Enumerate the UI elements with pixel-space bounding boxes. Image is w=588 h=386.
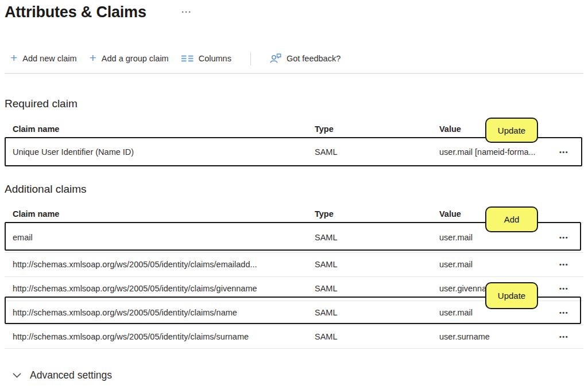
- annotation-badge-update: Update: [485, 282, 538, 309]
- row-more-icon[interactable]: •••: [559, 309, 568, 316]
- toolbar-separator: [5, 73, 583, 74]
- table-row-surname[interactable]: http://schemas.xmlsoap.org/ws/2005/05/id…: [5, 325, 583, 348]
- chevron-down-icon: [13, 373, 21, 378]
- claim-value-cell: user.mail [nameid-forma...: [439, 147, 536, 157]
- got-feedback-label: Got feedback?: [287, 54, 341, 63]
- attributes-claims-page: Attributes & Claims ··· + Add new claim …: [0, 0, 588, 386]
- column-header-value: Value: [439, 124, 461, 134]
- claim-value-cell: user.mail: [439, 233, 473, 242]
- additional-claims-heading: Additional claims: [5, 183, 87, 196]
- claim-type-cell: SAML: [315, 308, 338, 317]
- add-new-claim-label: Add new claim: [22, 54, 76, 63]
- annotation-badge-add: Add: [485, 206, 538, 232]
- columns-label: Columns: [199, 54, 231, 63]
- add-group-claim-button[interactable]: + Add a group claim: [90, 53, 169, 64]
- page-title: Attributes & Claims: [5, 3, 146, 21]
- claim-type-cell: SAML: [315, 147, 338, 157]
- required-claim-heading: Required claim: [5, 98, 78, 110]
- table-row-divider: [5, 348, 583, 349]
- claim-name-cell[interactable]: http://schemas.xmlsoap.org/ws/2005/05/id…: [13, 308, 237, 317]
- claim-type-cell: SAML: [315, 233, 338, 242]
- add-group-claim-label: Add a group claim: [102, 54, 169, 63]
- claim-value-cell: user.mail: [439, 308, 473, 317]
- claim-name-cell[interactable]: email: [13, 233, 33, 242]
- claim-name-cell[interactable]: http://schemas.xmlsoap.org/ws/2005/05/id…: [13, 260, 257, 269]
- plus-icon: +: [90, 52, 96, 64]
- columns-button[interactable]: Columns: [181, 54, 231, 63]
- claim-name-cell[interactable]: http://schemas.xmlsoap.org/ws/2005/05/id…: [13, 332, 249, 341]
- column-header-claim-name: Claim name: [13, 209, 59, 219]
- row-more-icon[interactable]: •••: [559, 333, 568, 340]
- table-row-emailaddress[interactable]: http://schemas.xmlsoap.org/ws/2005/05/id…: [5, 252, 583, 276]
- row-more-icon[interactable]: •••: [559, 261, 568, 268]
- toolbar-divider: [250, 52, 251, 65]
- claim-name-cell[interactable]: Unique User Identifier (Name ID): [13, 147, 134, 157]
- column-header-claim-name: Claim name: [13, 124, 59, 134]
- claim-type-cell: SAML: [315, 332, 338, 341]
- advanced-settings-expander[interactable]: Advanced settings: [13, 369, 112, 381]
- row-more-icon[interactable]: •••: [559, 285, 568, 292]
- command-bar: + Add new claim + Add a group claim Colu…: [10, 49, 341, 68]
- claim-type-cell: SAML: [315, 260, 338, 269]
- column-header-type: Type: [315, 209, 334, 219]
- column-header-value: Value: [439, 209, 461, 219]
- title-more-icon[interactable]: ···: [181, 7, 192, 17]
- claim-name-cell[interactable]: http://schemas.xmlsoap.org/ws/2005/05/id…: [13, 284, 257, 293]
- add-new-claim-button[interactable]: + Add new claim: [10, 53, 77, 64]
- plus-icon: +: [10, 52, 17, 64]
- column-header-type: Type: [315, 124, 334, 134]
- claim-type-cell: SAML: [315, 284, 338, 293]
- advanced-settings-label: Advanced settings: [30, 369, 112, 381]
- table-row-divider: [5, 166, 583, 167]
- feedback-icon: [270, 53, 281, 64]
- annotation-badge-update: Update: [485, 118, 538, 143]
- columns-icon: [181, 54, 194, 63]
- row-more-icon[interactable]: •••: [559, 149, 568, 155]
- claim-value-cell: user.surname: [439, 332, 490, 341]
- claim-value-cell: user.mail: [439, 260, 473, 269]
- row-more-icon[interactable]: •••: [559, 234, 568, 241]
- got-feedback-button[interactable]: Got feedback?: [270, 53, 341, 64]
